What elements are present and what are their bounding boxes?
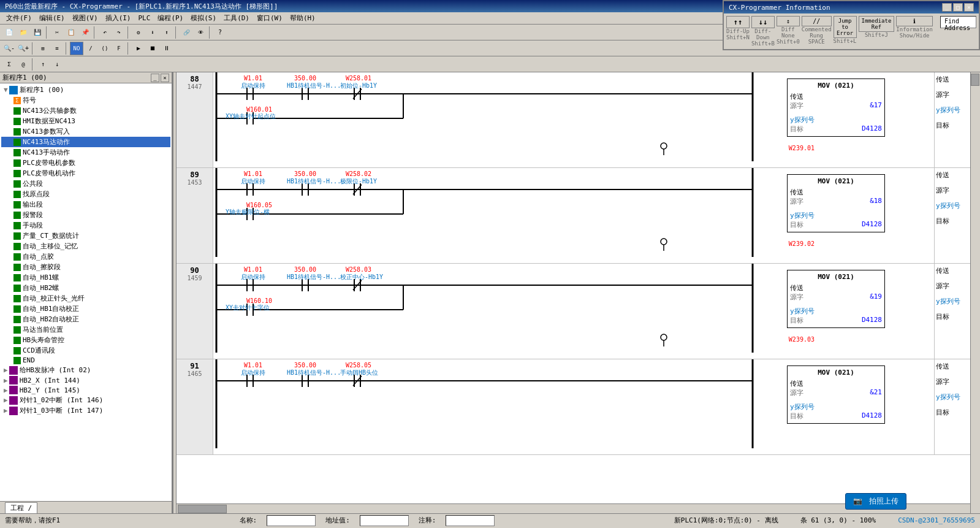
new-btn[interactable]: 📄 [2,26,16,39]
menu-view[interactable]: 视图(V) [69,13,102,23]
tree-manual[interactable]: 手动段 [1,220,170,231]
tree-auto-glue[interactable]: 自动_点胶 [1,251,170,262]
tree-hb-pulse[interactable]: ▶ 给HB发脉冲 (Int 02) [1,365,170,375]
rung-89: 89 1453 [177,168,980,264]
zoom-out-btn[interactable]: 🔍- [2,42,16,55]
undo-btn[interactable]: ↶ [98,26,112,39]
tree-int147[interactable]: ▶ 对针1_03中断 (Int 147) [1,405,170,416]
tree-hmi-nc413[interactable]: HMI数据至NC413 [1,116,170,126]
commented-rung-btn[interactable]: // Commented Rung SPACE [802,16,832,45]
tree-container[interactable]: ▼ 新程序1 (00) Σ 符号 NC413公共轴参数 HMI数据至NC413 … [0,83,172,501]
menu-insert[interactable]: 插入(I) [102,13,135,23]
tree-auto-hb2-calib[interactable]: 自动_HB2自动校正 [1,314,170,324]
tree-auto-wipe[interactable]: 自动_擦胶段 [1,262,170,272]
tree-symbol[interactable]: Σ 符号 [1,95,170,105]
find-address-input[interactable]: Find Address [940,16,976,28]
c1-addr-88: W1.01 启动保持 [241,75,265,90]
tree-origin[interactable]: 找原点段 [1,189,170,199]
diff-up-btn[interactable]: ↑↑ Diff-Up Shift+N [726,16,750,40]
sym-btn[interactable]: Σ [2,58,16,71]
tree-auto-hb1-calib[interactable]: 自动_HB1自动校正 [1,304,170,314]
upload-btn[interactable]: ⬆ [160,26,173,39]
c2-addr-89: 350.00 HB1待机信号-H... [287,170,324,186]
upload-photo-btn[interactable]: 📷 拍照上传 [845,493,906,510]
tree-auto-calib-fiber[interactable]: 自动_校正针头_光纤 [1,293,170,304]
imm-ref-btn[interactable]: Immediate Ref Shift+J [859,16,895,38]
tree-auto-main[interactable]: 自动_主移位_记忆 [1,241,170,251]
info-maximize[interactable]: □ [953,3,963,12]
sep7 [66,42,68,55]
compile-btn[interactable]: ⚙ [132,26,145,39]
open-btn[interactable]: 📁 [17,26,30,39]
tree-nc413-write[interactable]: NC413参数写入 [1,126,170,137]
move-up-btn[interactable]: ↑ [36,58,50,71]
paste-btn[interactable]: 📌 [78,26,92,39]
run-btn[interactable]: ▶ [132,42,145,55]
tree-root[interactable]: ▼ 新程序1 (00) [1,85,170,95]
cut-btn[interactable]: ✂ [50,26,64,39]
status-bar: 需要帮助，请按F1 名称: 地址值: 注释: 新PLC1(网络:0;节点:0) … [0,513,980,527]
tree-hb-life[interactable]: HB头寿命管控 [1,335,170,345]
coil-btn[interactable]: () [98,42,112,55]
tree-nc413-manual[interactable]: NC413手动动作 [1,147,170,158]
tree-ccd[interactable]: CCD通讯段 [1,345,170,356]
save-btn[interactable]: 💾 [31,26,44,39]
mnemonic-view-btn[interactable]: ≡ [50,42,64,55]
download-btn[interactable]: ⬇ [146,26,159,39]
diff-none-btn[interactable]: ↕ Diff None Shift+0 [777,16,800,45]
tree-int146[interactable]: ▶ 对针1_02中断 (Int 146) [1,395,170,405]
diff-down-btn[interactable]: ↓↓ Diff-Down Shift+B [751,16,775,47]
no-contact-btn[interactable]: NO [70,42,83,55]
info-close[interactable]: × [964,3,974,12]
tree-hb2y[interactable]: ▶ HB2_Y (Int 145) [1,385,170,395]
menu-tools[interactable]: 工具(D) [220,13,253,23]
panel-close[interactable]: × [161,74,169,82]
menu-program[interactable]: 编程(P) [154,13,187,23]
tree-hb2x[interactable]: ▶ HB2_X (Int 144) [1,375,170,385]
addr-btn[interactable]: @ [17,58,30,71]
menu-file[interactable]: 文件(F) [2,13,36,23]
info-show-btn[interactable]: ℹ Information Show/Hide [896,16,933,39]
menu-edit[interactable]: 编辑(E) [36,13,69,23]
menu-help[interactable]: 帮助(H) [286,13,319,23]
tree-plc-belt-action[interactable]: PLC皮带电机动作 [1,168,170,178]
ladder-view-btn[interactable]: ⊞ [36,42,50,55]
tab-project[interactable]: 工程 / [5,502,37,513]
tree-auto-hb1[interactable]: 自动_HB1螺 [1,272,170,283]
menu-window[interactable]: 窗口(W) [253,13,286,23]
nc-contact-btn[interactable]: / [84,42,97,55]
tree-alarm[interactable]: 报警段 [1,210,170,220]
copy-btn[interactable]: 📋 [64,26,78,39]
tree-nc413-common[interactable]: NC413公共轴参数 [1,105,170,116]
tree-motor-pos[interactable]: 马达当前位置 [1,324,170,335]
menu-simulate[interactable]: 模拟(S) [187,13,220,23]
menu-plc[interactable]: PLC [135,13,154,23]
rung-90-body: W1.01 启动保持 350.00 HB1待机信号-H... W258.03 校… [213,264,934,359]
tree-output[interactable]: 输出段 [1,199,170,210]
tree-auto-hb2[interactable]: 自动_HB2螺 [1,283,170,293]
scrollbar-thumb[interactable] [971,74,979,86]
tree-plc-belt-param[interactable]: PLC皮带电机参数 [1,158,170,168]
tree-stat[interactable]: 产量_CT_数据统计 [1,231,170,241]
panel-minimize[interactable]: _ [151,74,159,82]
vertical-scrollbar[interactable] [970,72,980,513]
rung-88-body: W1.01 启动保持 350.00 HB1待机信号-H... W258.01 初… [213,72,934,167]
stop-btn[interactable]: ⏹ [146,42,159,55]
pause-btn[interactable]: ⏸ [160,42,173,55]
tree-end[interactable]: END [1,356,170,365]
move-dn-btn[interactable]: ↓ [50,58,64,71]
svg-point-74 [661,334,667,340]
info-minimize[interactable]: _ [942,3,952,12]
tree-common[interactable]: 公共段 [1,178,170,189]
func-btn[interactable]: F [112,42,126,55]
ladder-area[interactable]: 88 1447 [177,72,980,513]
hscrollbar-thumb[interactable] [178,505,227,513]
redo-btn[interactable]: ↷ [112,26,126,39]
zoom-in-btn[interactable]: 🔍+ [17,42,30,55]
rung-91-body: W1.01 启动保持 350.00 HB1待机信号-H... W258.05 手… [213,359,934,454]
jump-error-btn[interactable]: Jump to Error Shift+L [834,16,857,44]
monitor-btn[interactable]: 👁 [194,26,207,39]
tree-nc413-motor[interactable]: NC413马达动作 [1,137,170,147]
online-btn[interactable]: 🔗 [180,26,193,39]
help-btn[interactable]: ? [213,26,227,39]
